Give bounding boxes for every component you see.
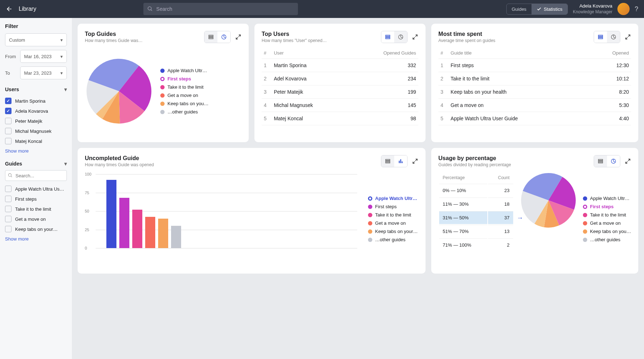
table-row[interactable]: 2Adel Kovarova234 <box>262 72 418 85</box>
top-users-card: Top Users How many times "User" opened… … <box>254 24 426 142</box>
usage-row[interactable]: 0% — 10%23 <box>439 184 513 197</box>
user-label: Peter Matejik <box>15 118 42 124</box>
svg-rect-10 <box>598 35 603 36</box>
expand-button[interactable] <box>235 34 242 40</box>
usage-row[interactable]: 71% — 100%2 <box>439 238 513 251</box>
arrow-left-icon <box>6 5 13 13</box>
guide-checkbox[interactable]: Take it to the limit <box>5 204 67 214</box>
card-title: Usage by percentage <box>438 155 511 162</box>
table-row[interactable]: 3Keep tabs on your health8:20 <box>438 85 631 99</box>
usage-row[interactable]: 31% — 50%37→ <box>439 211 513 224</box>
table-row[interactable]: 4Get a move on5:30 <box>438 99 631 112</box>
expand-icon <box>235 34 242 40</box>
legend-item: Apple Watch Ultr… <box>160 66 208 75</box>
guides-tab[interactable]: Guides <box>507 4 532 14</box>
guides-section-toggle[interactable]: Guides▾ <box>5 161 67 167</box>
range-select[interactable]: Custom▾ <box>5 33 67 46</box>
legend-item: First steps <box>160 75 208 83</box>
guide-checkbox[interactable]: Apple Watch Ultra Us… <box>5 184 67 194</box>
col-num: # <box>438 47 448 59</box>
expand-button[interactable] <box>625 158 631 164</box>
checkbox-icon <box>5 118 12 124</box>
user-checkbox[interactable]: Matej Koncal <box>5 136 67 146</box>
users-show-more[interactable]: Show more <box>5 148 29 154</box>
table-row[interactable]: 4Michal Magnusek145 <box>262 99 418 112</box>
user-label: Matej Koncal <box>15 139 42 144</box>
list-view-button[interactable] <box>594 155 607 167</box>
guides-show-more[interactable]: Show more <box>5 236 29 242</box>
user-checkbox[interactable]: Peter Matejik <box>5 116 67 126</box>
guide-checkbox[interactable]: Keep tabs on your… <box>5 224 67 234</box>
chart-view-button[interactable] <box>607 155 620 167</box>
bar <box>171 226 181 248</box>
pie-icon <box>611 34 616 40</box>
legend-label: Take it to the limit <box>375 212 411 218</box>
search-icon <box>8 173 13 178</box>
legend-item: Keep tabs on your health <box>368 227 418 236</box>
legend-label: Keep tabs on you… <box>590 229 631 234</box>
bar <box>106 180 116 248</box>
page-title: Library <box>19 6 36 12</box>
legend-label: Apple Watch Ultra User Guide <box>375 196 418 201</box>
usage-row[interactable]: 51% — 70%13 <box>439 225 513 238</box>
guide-checkbox[interactable]: Get a move on <box>5 214 67 224</box>
list-view-button[interactable] <box>381 31 394 43</box>
legend-item: Keep tabs on you… <box>160 99 208 108</box>
legend-label: Get a move on <box>167 93 198 98</box>
expand-button[interactable] <box>625 34 631 40</box>
legend-dot <box>368 196 372 201</box>
list-icon <box>385 158 391 164</box>
guide-checkbox[interactable]: First steps <box>5 194 67 204</box>
user-checkbox[interactable]: Martin Sporina <box>5 96 67 106</box>
legend-dot <box>160 85 165 89</box>
statistics-tab[interactable]: Statistics <box>532 4 567 14</box>
svg-rect-7 <box>386 37 390 38</box>
svg-rect-2 <box>209 35 213 36</box>
list-view-button[interactable] <box>381 155 394 167</box>
legend-item: …other guides <box>583 236 631 244</box>
svg-rect-21 <box>598 161 603 162</box>
table-row[interactable]: 2Take it to the limit10:12 <box>438 72 631 85</box>
arrow-right-icon: → <box>517 214 523 222</box>
user-checkbox[interactable]: Michal Magnusek <box>5 126 67 136</box>
legend-label: Take it to the limit <box>167 84 203 90</box>
chart-view-button[interactable] <box>217 31 230 43</box>
search-input[interactable] <box>143 3 298 15</box>
user-checkbox[interactable]: Adela Kovarova <box>5 106 67 116</box>
usage-row[interactable]: 11% — 30%18 <box>439 197 513 210</box>
expand-button[interactable] <box>412 158 418 164</box>
list-view-button[interactable] <box>594 31 607 43</box>
from-date-select[interactable]: Mar 16, 2023▾ <box>20 50 67 63</box>
avatar[interactable] <box>617 3 630 15</box>
table-row[interactable]: 5Apple Watch Ultra User Guide4:40 <box>438 112 631 125</box>
to-date-select[interactable]: Mar 23, 2023▾ <box>20 66 67 79</box>
svg-rect-16 <box>386 162 390 163</box>
list-view-button[interactable] <box>204 31 217 43</box>
expand-icon <box>412 158 418 164</box>
chart-view-button[interactable] <box>394 31 407 43</box>
users-section-toggle[interactable]: Users▾ <box>5 87 67 92</box>
legend-dot <box>160 93 165 98</box>
table-row[interactable]: 5Matej Koncal98 <box>262 112 418 125</box>
chart-view-button[interactable] <box>394 155 407 167</box>
list-icon <box>598 158 603 164</box>
card-subtitle: How many times "User" opened… <box>262 38 327 43</box>
bar-icon <box>398 158 404 164</box>
user-role: Knowledge Manager <box>573 9 612 15</box>
back-button[interactable] <box>6 5 13 13</box>
legend-dot <box>368 221 372 225</box>
expand-button[interactable] <box>412 34 418 40</box>
check-icon <box>537 6 542 11</box>
checkbox-icon <box>5 98 12 104</box>
table-row[interactable]: 3Peter Matejik199 <box>262 85 418 99</box>
help-icon[interactable]: ? <box>635 5 638 13</box>
chevron-down-icon: ▾ <box>60 70 63 76</box>
legend-dot <box>160 102 165 106</box>
legend-dot <box>368 229 372 234</box>
guides-search-input[interactable] <box>5 170 67 181</box>
chart-view-button[interactable] <box>607 31 620 43</box>
table-row[interactable]: 1Martin Sporina332 <box>262 59 418 72</box>
svg-rect-4 <box>209 38 213 39</box>
table-row[interactable]: 1First steps12:30 <box>438 59 631 72</box>
card-subtitle: Guides divided by reading percentage <box>438 162 511 167</box>
